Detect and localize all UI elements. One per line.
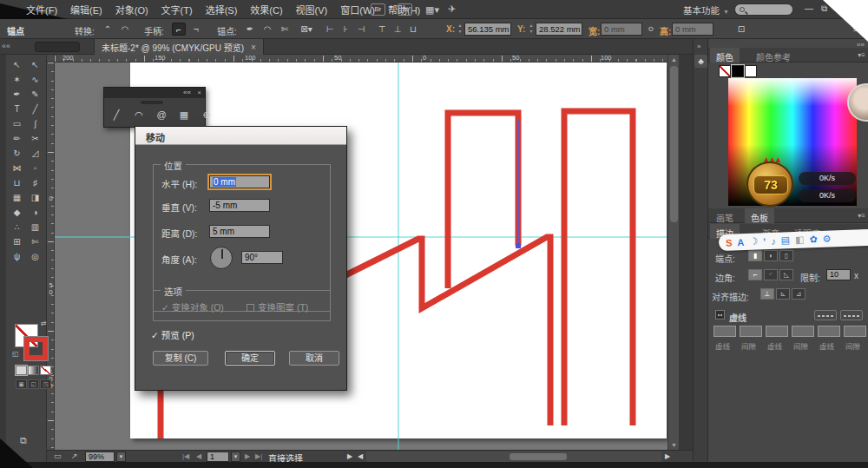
artwork-path-right-n[interactable] [564, 111, 633, 425]
transform-pattern-checkbox[interactable]: 变换图案 (T) [247, 300, 308, 313]
copy-button[interactable]: 复制 (C) [153, 351, 208, 366]
transform-panel-icon[interactable]: ⊡ [734, 23, 748, 36]
menu-item[interactable]: 效果(C) [250, 3, 282, 16]
draw-normal-button[interactable]: ▣ [16, 379, 27, 389]
pen-tool[interactable]: ✒ [9, 88, 26, 102]
stroke-swatch[interactable] [24, 337, 48, 360]
polar-grid-icon[interactable]: ⊕ [200, 107, 214, 122]
dialog-title-bar[interactable]: 移动 [135, 127, 346, 145]
align-center-icon[interactable]: ⊦ [339, 23, 352, 36]
artboard-dropdown-icon[interactable]: ▼ [231, 452, 240, 462]
width-field[interactable]: 0 mm [601, 23, 642, 36]
spiral-icon[interactable]: @ [155, 107, 168, 122]
zoom-dropdown-icon[interactable]: ▼ [116, 452, 126, 462]
swap-fill-stroke-icon[interactable]: ⇄ [41, 320, 47, 327]
white-swatch[interactable] [745, 65, 757, 77]
minimize-button[interactable]: — [805, 3, 813, 13]
palette-title-bar[interactable]: «« × [104, 88, 205, 98]
none-mode-button[interactable] [40, 366, 51, 375]
round-join-button[interactable]: ◜ [764, 269, 778, 280]
line-tools-palette[interactable]: «« × ╱◠@▦⊕ [103, 87, 206, 128]
draw-behind-button[interactable]: ◱ [28, 379, 39, 389]
slice-tool[interactable]: ✄ [27, 235, 44, 249]
free-transform-tool[interactable]: ▫ [27, 161, 44, 175]
align-left-icon[interactable]: ⊢ [323, 23, 337, 36]
zoom-field[interactable]: 99% [85, 452, 115, 462]
direct-selection-tool[interactable]: ↖ [27, 58, 44, 72]
column-graph-tool[interactable]: ▥ [27, 221, 44, 234]
tab-color[interactable]: 颜色 [710, 48, 740, 63]
none-swatch[interactable] [719, 65, 731, 77]
preview-checkbox[interactable]: ✓ 预览 (P) [151, 328, 194, 341]
dash-field-3[interactable] [818, 326, 840, 337]
pencil-tool[interactable]: ✏ [9, 132, 26, 146]
lasso-tool[interactable]: ∿ [27, 73, 44, 87]
palette-grip[interactable] [141, 101, 163, 104]
search-input[interactable] [734, 3, 793, 16]
hide-handles-icon[interactable]: ¬ [189, 23, 203, 36]
menu-item[interactable]: 文字(T) [161, 3, 193, 16]
quote-icon[interactable]: ’ [763, 236, 766, 247]
vertical-field[interactable]: -5 mm [209, 199, 270, 212]
black-swatch[interactable] [732, 65, 744, 77]
menu-item[interactable]: 编辑(E) [70, 3, 102, 16]
gap-field-2[interactable] [792, 326, 814, 337]
convert-corner-icon[interactable]: ⌃ [101, 23, 115, 36]
transform-object-checkbox[interactable]: ✓ 变换对象 (O) [161, 300, 224, 313]
shape-builder-tool[interactable]: ⊔ [9, 176, 26, 190]
dash-preset-1[interactable] [814, 310, 837, 320]
curvature-tool[interactable]: ✎ [27, 88, 44, 102]
type-tool[interactable]: T [9, 102, 26, 116]
round-cap-button[interactable]: ◖ [764, 250, 778, 261]
symbol-sprayer-tool[interactable]: ∴ [9, 221, 26, 234]
butt-cap-button[interactable]: ▮ [748, 250, 762, 261]
gradient-tool[interactable]: ◨ [27, 191, 44, 205]
rect-grid-icon[interactable]: ▦ [177, 107, 191, 122]
export-icon[interactable]: ↗ [71, 452, 78, 460]
dash-preset-2[interactable] [840, 310, 863, 320]
rectangle-tool[interactable]: ▭ [9, 117, 26, 131]
close-icon[interactable]: × [251, 43, 256, 52]
vertical-scroll-thumb[interactable] [670, 66, 678, 222]
line-segment-icon[interactable]: ╱ [109, 107, 123, 122]
dash-field-1[interactable] [713, 326, 736, 337]
color-mode-button[interactable] [16, 366, 27, 375]
document-tab[interactable]: 未标题-2* @ 99% (CMYK/GPU 预览) × [94, 39, 264, 55]
selection-tool[interactable]: ↖ [9, 58, 26, 72]
magic-wand-tool[interactable]: ✶ [9, 73, 26, 87]
horizontal-scroll-thumb[interactable] [510, 453, 567, 460]
gpu-performance-icon[interactable]: ✈ [448, 3, 456, 15]
cancel-button[interactable]: 取消 [289, 351, 339, 366]
workspace-switcher[interactable]: 基本功能▼ [683, 3, 729, 16]
dashed-line-checkbox[interactable] [715, 310, 725, 320]
align-outside-stroke-button[interactable]: ⊿ [792, 288, 806, 300]
x-field[interactable]: 56.135 mm [464, 23, 511, 36]
settings-wrench-icon[interactable]: ⚙ [823, 234, 832, 245]
show-handles-icon[interactable]: ⌐ [172, 23, 186, 36]
collapse-palette-icon[interactable]: «« [183, 89, 191, 96]
default-fill-stroke-icon[interactable]: ◱ [12, 350, 19, 358]
y-field[interactable]: 28.522 mm [536, 23, 582, 36]
miter-limit-field[interactable]: 10 [826, 269, 851, 280]
mesh-tool[interactable]: ▦ [9, 191, 26, 205]
convert-smooth-icon[interactable]: ◠ [118, 23, 132, 36]
prev-artboard-icon[interactable]: ◀ [196, 452, 201, 460]
scissors-tool[interactable]: ✂ [27, 132, 44, 146]
bevel-join-button[interactable]: ◺ [779, 269, 793, 280]
align-center-stroke-button[interactable]: ⊥ [760, 288, 774, 300]
scale-tool[interactable]: ◿ [27, 147, 44, 161]
menu-item[interactable]: 文件(F) [26, 3, 57, 16]
paintbrush-tool[interactable]: ∫ [27, 117, 44, 131]
align-middle-icon[interactable]: ⊥ [391, 23, 404, 36]
skin-icon[interactable]: ✿ [809, 234, 818, 245]
projecting-cap-button[interactable]: ▯ [779, 250, 793, 261]
close-palette-icon[interactable]: × [197, 89, 201, 96]
add-anchor-icon[interactable]: ◠ [260, 23, 274, 36]
menu-item[interactable]: 对象(O) [115, 3, 148, 16]
angle-field[interactable]: 90° [241, 251, 283, 264]
width-tool[interactable]: ⋈ [9, 161, 26, 175]
sogou-logo[interactable]: S [726, 237, 733, 247]
tab-brushes[interactable]: 画笔 [710, 208, 740, 223]
dash-field-2[interactable] [766, 326, 788, 337]
gradient-mode-button[interactable] [28, 366, 39, 375]
